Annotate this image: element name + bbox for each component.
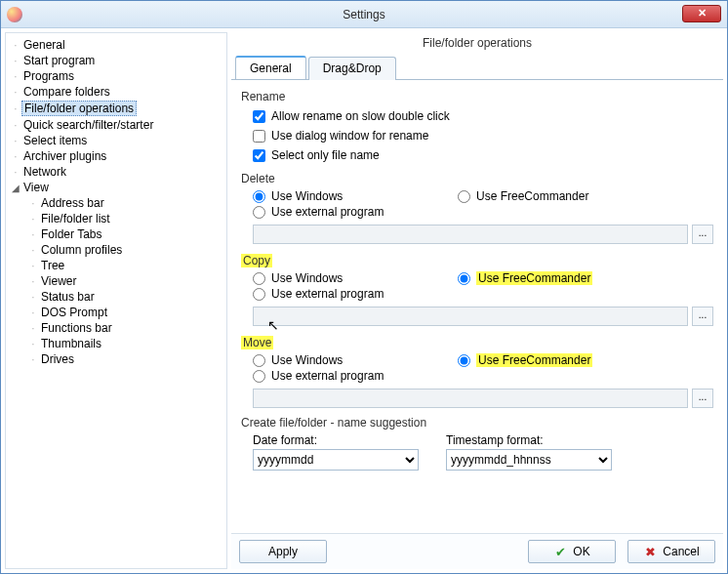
tree-item[interactable]: ·Address bar bbox=[23, 195, 226, 211]
check-use-dialog-rename-input[interactable] bbox=[253, 130, 265, 143]
tree-leaf-dot-icon: · bbox=[10, 136, 21, 146]
tree-item[interactable]: ·Network bbox=[6, 164, 226, 180]
ok-button-label: OK bbox=[573, 545, 589, 558]
tree-leaf-dot-icon: · bbox=[10, 71, 21, 82]
label-timestamp-format: Timestamp format: bbox=[446, 433, 612, 447]
radio-delete-freecommander[interactable]: Use FreeCommander bbox=[458, 189, 713, 203]
tree-item[interactable]: ·Folder Tabs bbox=[23, 226, 226, 242]
cancel-button[interactable]: Cancel bbox=[627, 540, 715, 563]
tree-item[interactable]: ·General bbox=[6, 37, 226, 53]
radio-delete-external[interactable]: Use external program bbox=[253, 205, 458, 219]
tree-item[interactable]: ·DOS Prompt bbox=[23, 305, 226, 320]
input-move-external-path[interactable] bbox=[253, 389, 688, 408]
radio-move-windows[interactable]: Use Windows bbox=[253, 353, 458, 367]
tree-item-label: Address bar bbox=[39, 196, 106, 210]
panel-title: File/folder operations bbox=[231, 32, 723, 56]
tab-general[interactable]: General bbox=[235, 56, 306, 79]
app-icon bbox=[7, 7, 22, 22]
close-button[interactable]: ✕ bbox=[682, 5, 721, 22]
tree-item[interactable]: ·File/folder list bbox=[23, 211, 226, 226]
input-delete-external-path[interactable] bbox=[253, 225, 688, 244]
radio-move-freecommander-input[interactable] bbox=[458, 354, 470, 367]
tree-item[interactable]: ·Column profiles bbox=[23, 242, 226, 258]
settings-tree[interactable]: ·General·Start program·Programs·Compare … bbox=[5, 32, 227, 569]
tab-strip: General Drag&Drop bbox=[231, 56, 723, 80]
tree-item[interactable]: ◢View bbox=[6, 180, 226, 195]
radio-copy-external[interactable]: Use external program bbox=[253, 287, 458, 301]
tree-item[interactable]: ·Viewer bbox=[23, 273, 226, 289]
tree-item[interactable]: ·Programs bbox=[6, 68, 226, 84]
tree-item[interactable]: ·Quick search/filter/starter bbox=[6, 117, 226, 133]
tree-item[interactable]: ·Drives bbox=[23, 351, 226, 367]
radio-copy-external-label: Use external program bbox=[271, 287, 384, 301]
tree-leaf-dot-icon: · bbox=[27, 245, 39, 256]
check-select-only-filename-input[interactable] bbox=[253, 149, 265, 162]
tree-item-label: Select items bbox=[21, 134, 89, 147]
browse-move-external-button[interactable]: ... bbox=[692, 389, 713, 408]
radio-move-external-input[interactable] bbox=[253, 370, 265, 383]
browse-copy-external-button[interactable]: ... bbox=[692, 307, 713, 326]
radio-move-freecommander-label: Use FreeCommander bbox=[476, 353, 592, 367]
radio-move-external[interactable]: Use external program bbox=[253, 369, 458, 383]
tree-leaf-dot-icon: · bbox=[10, 40, 21, 51]
select-timestamp-format[interactable]: yyyymmdd_hhnnss bbox=[446, 449, 612, 471]
ok-button[interactable]: OK bbox=[528, 540, 616, 563]
radio-copy-windows[interactable]: Use Windows bbox=[253, 271, 458, 285]
radio-copy-freecommander[interactable]: Use FreeCommander bbox=[458, 271, 713, 285]
tree-item-label: View bbox=[21, 181, 51, 194]
tree-item[interactable]: ·Select items bbox=[6, 133, 226, 148]
select-date-format[interactable]: yyyymmdd bbox=[253, 449, 419, 471]
group-copy-title: Copy bbox=[241, 254, 272, 267]
radio-copy-external-input[interactable] bbox=[253, 288, 265, 301]
check-select-only-filename[interactable]: Select only file name bbox=[253, 146, 713, 164]
group-rename-title: Rename bbox=[241, 90, 713, 103]
tree-item[interactable]: ·Start program bbox=[6, 53, 226, 68]
tree-item-label: File/folder list bbox=[39, 212, 112, 226]
tree-item[interactable]: ·File/folder operations bbox=[6, 100, 226, 117]
check-allow-slow-rename[interactable]: Allow rename on slow double click bbox=[253, 107, 713, 125]
radio-delete-freecommander-input[interactable] bbox=[458, 190, 470, 203]
input-copy-external-path[interactable] bbox=[253, 307, 688, 326]
radio-delete-windows[interactable]: Use Windows bbox=[253, 189, 458, 203]
tree-item-label: Programs bbox=[21, 69, 76, 83]
group-move: Move Use Windows Use FreeCommander Use e… bbox=[241, 334, 713, 408]
tree-item[interactable]: ·Functions bar bbox=[23, 320, 226, 336]
tree-item[interactable]: ·Status bar bbox=[23, 289, 226, 305]
tree-leaf-dot-icon: · bbox=[10, 87, 21, 98]
tree-item-label: Column profiles bbox=[39, 243, 124, 257]
tree-item-label: General bbox=[21, 38, 67, 52]
tree-item[interactable]: ·Compare folders bbox=[6, 84, 226, 100]
radio-delete-windows-input[interactable] bbox=[253, 190, 265, 203]
group-copy: Copy Use Windows Use FreeCommander Use e… bbox=[241, 252, 713, 326]
tree-item[interactable]: ·Thumbnails bbox=[23, 336, 226, 351]
chevron-down-icon[interactable]: ◢ bbox=[10, 183, 21, 193]
tree-leaf-dot-icon: · bbox=[27, 276, 39, 287]
group-delete-title: Delete bbox=[241, 172, 713, 185]
radio-copy-windows-label: Use Windows bbox=[271, 271, 343, 285]
check-use-dialog-rename-label: Use dialog window for rename bbox=[271, 127, 428, 144]
tree-item-label: Drives bbox=[39, 352, 76, 366]
apply-button[interactable]: Apply bbox=[239, 540, 327, 563]
browse-delete-external-button[interactable]: ... bbox=[692, 225, 713, 244]
tree-item[interactable]: ·Tree bbox=[23, 258, 226, 273]
group-move-title: Move bbox=[241, 336, 273, 349]
tree-item-label: Folder Tabs bbox=[39, 227, 103, 241]
tab-dragdrop[interactable]: Drag&Drop bbox=[308, 57, 396, 80]
group-rename: Rename Allow rename on slow double click… bbox=[241, 90, 713, 164]
radio-copy-windows-input[interactable] bbox=[253, 272, 265, 285]
tree-leaf-dot-icon: · bbox=[27, 214, 39, 225]
cancel-button-label: Cancel bbox=[663, 545, 699, 558]
radio-move-freecommander[interactable]: Use FreeCommander bbox=[458, 353, 713, 367]
radio-move-windows-label: Use Windows bbox=[271, 353, 343, 367]
check-allow-slow-rename-input[interactable] bbox=[253, 110, 265, 123]
tree-leaf-dot-icon: · bbox=[10, 167, 21, 178]
radio-copy-freecommander-input[interactable] bbox=[458, 272, 470, 285]
apply-button-label: Apply bbox=[268, 545, 298, 558]
tree-item[interactable]: ·Archiver plugins bbox=[6, 148, 226, 164]
check-use-dialog-rename[interactable]: Use dialog window for rename bbox=[253, 127, 713, 144]
check-select-only-filename-label: Select only file name bbox=[271, 146, 380, 164]
tree-leaf-dot-icon: · bbox=[27, 339, 39, 349]
tree-leaf-dot-icon: · bbox=[27, 354, 39, 365]
radio-delete-external-input[interactable] bbox=[253, 206, 265, 219]
radio-move-windows-input[interactable] bbox=[253, 354, 265, 367]
